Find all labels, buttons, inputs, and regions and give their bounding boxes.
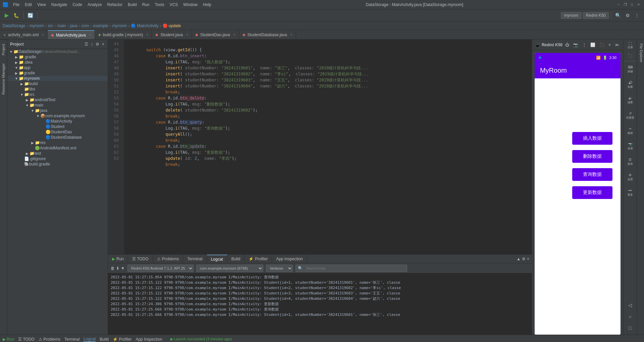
tab-studentdatabase-java[interactable]: ◉ StudentDatabase.java × [239, 30, 296, 39]
logcat-clear-button[interactable]: 🗑 [111, 266, 115, 271]
menu-analyze[interactable]: Analyze [86, 2, 104, 8]
fullscreen-btn[interactable]: ⛶ 全屏 [628, 41, 633, 50]
terminal-btn[interactable]: Terminal [64, 337, 79, 342]
file-explorer-btn[interactable]: File Explorer [637, 40, 644, 66]
project-icon-close[interactable]: × [101, 41, 105, 47]
close-tab-2[interactable]: × [147, 33, 149, 37]
device-update-button[interactable]: 更新数据 [572, 186, 612, 199]
tree-item-idea[interactable]: ▶ 📁 .idea [7, 60, 108, 65]
tree-item-gitignore[interactable]: 📄 .gitignore [7, 156, 108, 161]
menu-bar[interactable]: File Edit View Navigate Code Analyze Ref… [11, 2, 213, 8]
tree-item-test[interactable]: ▶ 📁 test [7, 151, 108, 156]
vol-up-btn[interactable]: 🔊 加量 [628, 77, 633, 92]
device-insert-button[interactable]: 插入数据 [572, 132, 612, 145]
menu-edit[interactable]: Edit [23, 2, 34, 8]
project-tree-icons[interactable]: ☰ ↕ ⚙ × [84, 41, 105, 47]
tab-build-gradle[interactable]: ◈ build.gradle (:myroom) × [95, 30, 152, 39]
tab-student-java[interactable]: ◉ Student.java × [152, 30, 192, 39]
log-content[interactable]: 2022-05-01 15:27:15.054 9798-9798/com.ex… [108, 273, 532, 335]
tab-build[interactable]: Build [227, 255, 245, 263]
module-selector[interactable]: myroom [561, 12, 581, 19]
tab-app-inspection[interactable]: App Inspection [272, 255, 307, 263]
nav-home-btn[interactable]: ○ [629, 311, 631, 322]
logcat-filter-button[interactable]: ▼ [121, 266, 125, 271]
menu-window[interactable]: Window [181, 2, 200, 8]
breadcrumb-com[interactable]: com [82, 23, 89, 28]
device-selector[interactable]: Redmi K50 [583, 12, 609, 19]
bottom-panel-controls[interactable]: ▲ ⚙ × [514, 255, 532, 263]
menu-view[interactable]: View [35, 2, 48, 8]
logcat-btn[interactable]: Logcat [84, 337, 96, 342]
logcat-package-select[interactable]: com.example.myroom (9798) [196, 265, 263, 272]
project-icon-2[interactable]: ↕ [90, 41, 94, 47]
tree-item-student[interactable]: 🔵 Student [7, 124, 108, 129]
debug-button[interactable]: 🐛 [11, 11, 21, 20]
window-controls[interactable]: − ❐ □ × [616, 2, 641, 7]
tab-todo[interactable]: ☰ TODO [128, 255, 153, 263]
breadcrumb-main[interactable]: main [57, 23, 66, 28]
breadcrumb-src[interactable]: src [48, 23, 53, 28]
tree-item-res[interactable]: ▶ 📁 res [7, 140, 108, 145]
run-btn[interactable]: ▶ Run [3, 337, 14, 342]
breadcrumb-mainactivity[interactable]: 🔵 MainActivity [131, 23, 158, 28]
vol-down-btn[interactable]: 🔉 减量 [628, 93, 633, 108]
menu-refactor[interactable]: Refactor [105, 2, 124, 8]
search-everywhere-button[interactable]: 🔍 [613, 11, 623, 20]
close-tab-3[interactable]: × [186, 33, 188, 37]
menu-run[interactable]: Run [140, 2, 152, 8]
maximize-button[interactable]: □ [629, 2, 635, 7]
settings-button[interactable]: ⚙ [624, 11, 632, 20]
tree-item-androidtest[interactable]: ▶ 📁 androidTest [7, 97, 108, 102]
breadcrumb-example[interactable]: example [93, 23, 108, 28]
frame-toggle-btn[interactable]: ⬛ [628, 51, 633, 60]
nav-back-btn[interactable]: ◁ [628, 300, 632, 311]
screenshot-btn2[interactable]: ✂ 截屏 [628, 124, 633, 138]
close-tab-1[interactable]: × [89, 33, 91, 37]
close-tab-5[interactable]: × [290, 33, 292, 37]
code-container[interactable]: 4445464748 4950515253 5455565758 5960616… [108, 40, 532, 254]
tree-item-datastorage[interactable]: ▼ 📁 DataStorage D:\Android\Works\DataS..… [7, 49, 108, 54]
device-close-btn[interactable]: × [607, 42, 612, 48]
record-btn[interactable]: 📷 录屏 [628, 139, 633, 154]
problems-tab-btn[interactable]: ⚠ Problems [39, 337, 60, 342]
tab-run[interactable]: ▶ Run [108, 255, 128, 263]
tab-activity-main-xml[interactable]: ◈ activity_main.xml × [0, 30, 48, 39]
profiler-btn[interactable]: ⚡ Profiler [113, 337, 131, 342]
soft-reset-btn[interactable]: ↺ 软重置 [626, 108, 634, 123]
tree-item-buildgradle[interactable]: 🐘 build.gradle [7, 161, 108, 167]
tree-item-app[interactable]: ▼ 📁 app [7, 65, 108, 70]
breadcrumb-myroom2[interactable]: myroom [112, 23, 127, 28]
panel-up-button[interactable]: ▲ [517, 257, 521, 261]
app-inspection-btn[interactable]: App Inspection [136, 337, 162, 342]
logcat-level-select[interactable]: Verbose [266, 265, 293, 272]
tab-terminal[interactable]: Terminal [183, 255, 207, 263]
menu-build[interactable]: Build [126, 2, 139, 8]
tab-profiler[interactable]: ⚡ Profiler [245, 255, 272, 263]
logcat-scroll-button[interactable]: ⬇ [116, 266, 119, 271]
device-settings-btn2[interactable]: ⚙ 设置 [628, 170, 633, 185]
close-button[interactable]: × [636, 2, 641, 7]
project-tree-content[interactable]: ▼ 📁 DataStorage D:\Android\Works\DataS..… [7, 49, 108, 335]
device-power-btn[interactable]: ⏻ [564, 42, 571, 48]
breadcrumb-datastorage[interactable]: DataStorage [3, 23, 25, 28]
tree-item-studentdb[interactable]: 🔵 StudentDatabase [7, 135, 108, 140]
breadcrumb-myroom[interactable]: myroom [29, 23, 44, 28]
device-zoom-btn[interactable]: ⬛ [598, 42, 606, 48]
tab-studentdao-java[interactable]: ◉ StudentDao.java × [192, 30, 239, 39]
todo-btn[interactable]: ☰ TODO [18, 337, 35, 342]
device-frame-btn[interactable]: ⬜ [589, 42, 597, 48]
nav-recent-btn[interactable]: □ [629, 323, 631, 333]
run-button[interactable]: ▶ [3, 11, 11, 20]
tab-logcat[interactable]: Logcat [207, 255, 227, 263]
panel-close-button[interactable]: × [527, 257, 529, 261]
sync-button[interactable]: 🔄 [25, 11, 35, 20]
minimize-button[interactable]: − [616, 2, 621, 7]
project-tool-button[interactable]: Project [0, 40, 7, 59]
project-icon-1[interactable]: ☰ [84, 41, 89, 47]
menu-vcs[interactable]: VCS [168, 2, 180, 8]
tree-item-build[interactable]: ▶ 📁 build [7, 81, 108, 86]
more-btn2[interactable]: ••• 更多 [628, 185, 633, 200]
build-btn[interactable]: Build [100, 337, 109, 342]
device-more-btn[interactable]: ≫ [613, 42, 621, 48]
project-icon-3[interactable]: ⚙ [95, 41, 100, 47]
